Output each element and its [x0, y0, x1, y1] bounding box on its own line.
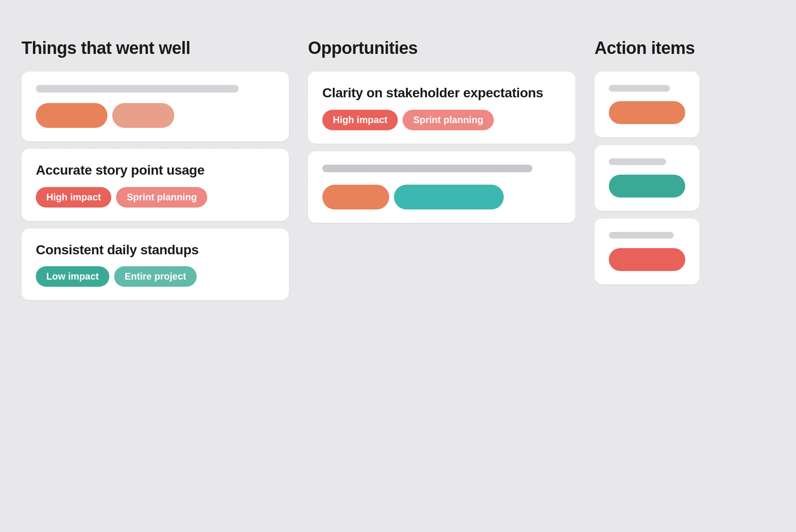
placeholder-tag-action-1	[609, 101, 685, 124]
card-accurate-story-point[interactable]: Accurate story point usage High impact S…	[21, 149, 289, 221]
card-action-1[interactable]	[594, 72, 700, 137]
columns-container: Things that went well Accurate story poi…	[0, 0, 796, 532]
tags-row-placeholder-2	[322, 185, 561, 209]
column-action-items: Action items	[594, 38, 700, 532]
placeholder-tag-salmon-2	[322, 185, 389, 209]
card-clarity-stakeholder[interactable]: Clarity on stakeholder expectations High…	[308, 72, 575, 144]
placeholder-tag-teal-2	[394, 185, 504, 209]
placeholder-bar-action-2	[609, 158, 666, 165]
tag-sprint-planning-1[interactable]: Sprint planning	[116, 187, 207, 208]
column-title-things-went-well: Things that went well	[21, 38, 289, 58]
tag-low-impact-1[interactable]: Low impact	[36, 266, 109, 287]
tag-high-impact-1[interactable]: High impact	[36, 187, 111, 208]
placeholder-bar-action-1	[609, 85, 670, 92]
tag-sprint-planning-2[interactable]: Sprint planning	[403, 110, 494, 130]
card-action-3[interactable]	[594, 219, 700, 284]
tag-high-impact-2[interactable]: High impact	[322, 110, 398, 130]
card-title-accurate-story-point: Accurate story point usage	[36, 162, 275, 178]
column-things-went-well: Things that went well Accurate story poi…	[21, 38, 289, 532]
tag-entire-project-1[interactable]: Entire project	[114, 266, 197, 287]
tags-row-consistent-standups: Low impact Entire project	[36, 266, 275, 287]
placeholder-tag-action-3	[609, 248, 685, 271]
column-title-opportunities: Opportunities	[308, 38, 575, 58]
column-opportunities: Opportunities Clarity on stakeholder exp…	[308, 38, 575, 532]
card-consistent-standups[interactable]: Consistent daily standups Low impact Ent…	[21, 229, 289, 301]
tags-row-accurate-story-point: High impact Sprint planning	[36, 187, 275, 208]
placeholder-bar-1	[36, 85, 239, 93]
column-title-action-items: Action items	[594, 38, 700, 58]
card-placeholder-2[interactable]	[308, 151, 575, 223]
placeholder-tag-salmon-light-1	[112, 103, 174, 128]
placeholder-bar-2	[322, 165, 532, 172]
card-title-consistent-standups: Consistent daily standups	[36, 242, 275, 258]
placeholder-bar-action-3	[609, 232, 674, 239]
placeholder-tag-salmon-1	[36, 103, 107, 128]
tags-row-placeholder-1	[36, 103, 275, 128]
card-placeholder-1[interactable]	[21, 72, 289, 141]
placeholder-tag-action-2	[609, 175, 685, 198]
card-title-clarity-stakeholder: Clarity on stakeholder expectations	[322, 85, 561, 101]
tags-row-clarity-stakeholder: High impact Sprint planning	[322, 110, 561, 130]
card-action-2[interactable]	[594, 145, 700, 211]
